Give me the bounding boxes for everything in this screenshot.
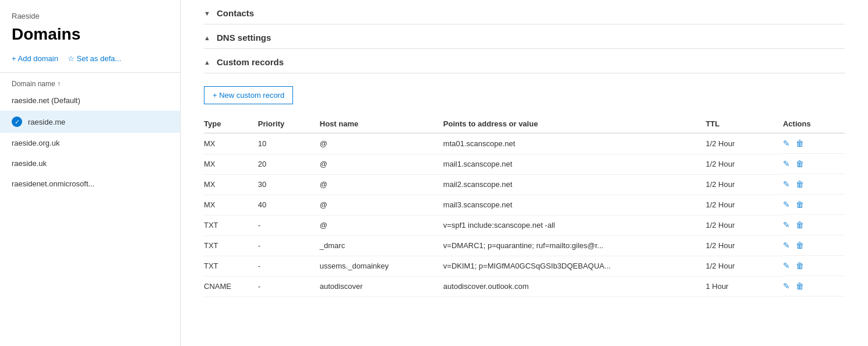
sidebar-item-raeside-net[interactable]: raeside.net (Default) — [0, 90, 180, 111]
domain-name-raeside-uk: raeside.uk — [12, 159, 47, 168]
cell-points: mail2.scanscope.net — [443, 174, 706, 195]
edit-icon[interactable]: ✎ — [783, 241, 790, 250]
sidebar-item-raeside-uk[interactable]: raeside.uk — [0, 153, 180, 174]
cell-ttl: 1/2 Hour — [705, 235, 783, 256]
cell-actions: ✎🗑 — [783, 235, 845, 256]
sidebar-actions: + Add domain ☆ Set as defa... — [0, 51, 180, 70]
custom-records-content: + New custom record Type Priority Host n… — [204, 73, 845, 303]
dns-settings-section-header[interactable]: ▲ DNS settings — [204, 24, 845, 49]
contacts-section-title: Contacts — [217, 8, 254, 18]
cell-actions: ✎🗑 — [783, 174, 845, 195]
col-header-points: Points to address or value — [443, 115, 706, 133]
cell-priority: - — [258, 256, 320, 276]
cell-type: TXT — [204, 215, 258, 235]
cell-type: MX — [204, 154, 258, 174]
cell-actions: ✎🗑 — [783, 276, 845, 296]
delete-icon[interactable]: 🗑 — [796, 220, 804, 230]
cell-priority: 10 — [258, 133, 320, 154]
cell-priority: 40 — [258, 195, 320, 215]
custom-records-chevron-icon: ▲ — [204, 59, 212, 66]
table-row: MX20@mail1.scanscope.net1/2 Hour✎🗑 — [204, 154, 845, 174]
edit-icon[interactable]: ✎ — [783, 261, 790, 270]
edit-icon[interactable]: ✎ — [783, 281, 790, 291]
custom-records-section-header[interactable]: ▲ Custom records — [204, 49, 845, 73]
cell-points: v=DMARC1; p=quarantine; ruf=mailto:giles… — [443, 235, 706, 256]
cell-hostname: @ — [320, 195, 443, 215]
cell-ttl: 1/2 Hour — [705, 256, 783, 276]
cell-ttl: 1/2 Hour — [705, 133, 783, 154]
cell-hostname: @ — [320, 154, 443, 174]
sidebar-item-raeside-org-uk[interactable]: raeside.org.uk — [0, 133, 180, 153]
delete-icon[interactable]: 🗑 — [796, 159, 804, 168]
table-row: TXT-_dmarcv=DMARC1; p=quarantine; ruf=ma… — [204, 235, 845, 256]
cell-actions: ✎🗑 — [783, 256, 845, 276]
selected-check-icon — [12, 116, 22, 127]
domain-name-raeside-net: raeside.net (Default) — [12, 96, 80, 105]
custom-records-section-title: Custom records — [217, 57, 284, 67]
domain-name-raeside-org-uk: raeside.org.uk — [12, 139, 59, 147]
edit-icon[interactable]: ✎ — [783, 159, 790, 168]
cell-actions: ✎🗑 — [783, 215, 845, 235]
cell-hostname: @ — [320, 133, 443, 154]
cell-ttl: 1 Hour — [705, 276, 783, 296]
cell-type: TXT — [204, 256, 258, 276]
cell-points: v=spf1 include:scanscope.net -all — [443, 215, 706, 235]
delete-icon[interactable]: 🗑 — [796, 281, 804, 291]
cell-actions: ✎🗑 — [783, 154, 845, 174]
cell-type: CNAME — [204, 276, 258, 296]
cell-actions: ✎🗑 — [783, 195, 845, 215]
delete-icon[interactable]: 🗑 — [796, 139, 804, 148]
delete-icon[interactable]: 🗑 — [796, 261, 804, 270]
cell-points: v=DKIM1; p=MIGfMA0GCSqGSIb3DQEBAQUA... — [443, 256, 706, 276]
col-header-actions: Actions — [783, 115, 845, 133]
cell-points: mail3.scanscope.net — [443, 195, 706, 215]
set-default-button[interactable]: ☆ Set as defa... — [68, 54, 121, 63]
table-row: MX40@mail3.scanscope.net1/2 Hour✎🗑 — [204, 195, 845, 215]
dns-settings-chevron-icon: ▲ — [204, 34, 212, 41]
cell-type: MX — [204, 133, 258, 154]
delete-icon[interactable]: 🗑 — [796, 179, 804, 189]
edit-icon[interactable]: ✎ — [783, 200, 790, 209]
cell-hostname: ussems._domainkey — [320, 256, 443, 276]
domain-col-header: Domain name ↑ — [0, 77, 180, 90]
cell-type: TXT — [204, 235, 258, 256]
edit-icon[interactable]: ✎ — [783, 179, 790, 189]
sidebar: Raeside Domains + Add domain ☆ Set as de… — [0, 0, 181, 346]
cell-ttl: 1/2 Hour — [705, 174, 783, 195]
org-name: Raeside — [0, 9, 180, 23]
sidebar-item-raeside-me[interactable]: raeside.me — [0, 111, 180, 133]
table-row: CNAME-autodiscoverautodiscover.outlook.c… — [204, 276, 845, 296]
sidebar-item-raesidenet-onmicrosoft[interactable]: raesidenet.onmicrosoft... — [0, 174, 180, 194]
records-table: Type Priority Host name Points to addres… — [204, 115, 845, 297]
cell-points: autodiscover.outlook.com — [443, 276, 706, 296]
page-title: Domains — [0, 23, 180, 51]
delete-icon[interactable]: 🗑 — [796, 200, 804, 209]
delete-icon[interactable]: 🗑 — [796, 241, 804, 250]
edit-icon[interactable]: ✎ — [783, 139, 790, 148]
table-row: MX10@mta01.scanscope.net1/2 Hour✎🗑 — [204, 133, 845, 154]
cell-ttl: 1/2 Hour — [705, 195, 783, 215]
contacts-section-header[interactable]: ▼ Contacts — [204, 0, 845, 24]
cell-points: mail1.scanscope.net — [443, 154, 706, 174]
cell-type: MX — [204, 195, 258, 215]
edit-icon[interactable]: ✎ — [783, 220, 790, 230]
table-row: TXT-@v=spf1 include:scanscope.net -all1/… — [204, 215, 845, 235]
cell-hostname: autodiscover — [320, 276, 443, 296]
cell-priority: - — [258, 276, 320, 296]
cell-ttl: 1/2 Hour — [705, 215, 783, 235]
table-row: TXT-ussems._domainkeyv=DKIM1; p=MIGfMA0G… — [204, 256, 845, 276]
cell-priority: 30 — [258, 174, 320, 195]
main-content: ▼ Contacts ▲ DNS settings ▲ Custom recor… — [181, 0, 868, 346]
domain-name-raeside-me: raeside.me — [28, 118, 65, 126]
table-row: MX30@mail2.scanscope.net1/2 Hour✎🗑 — [204, 174, 845, 195]
col-header-type: Type — [204, 115, 258, 133]
domain-name-raesidenet-onmicrosoft: raesidenet.onmicrosoft... — [12, 179, 94, 188]
sidebar-divider — [0, 72, 180, 73]
dns-settings-section-title: DNS settings — [217, 33, 271, 43]
cell-priority: - — [258, 235, 320, 256]
add-domain-button[interactable]: + Add domain — [12, 54, 58, 63]
cell-type: MX — [204, 174, 258, 195]
col-header-priority: Priority — [258, 115, 320, 133]
cell-priority: 20 — [258, 154, 320, 174]
new-custom-record-button[interactable]: + New custom record — [204, 86, 293, 104]
